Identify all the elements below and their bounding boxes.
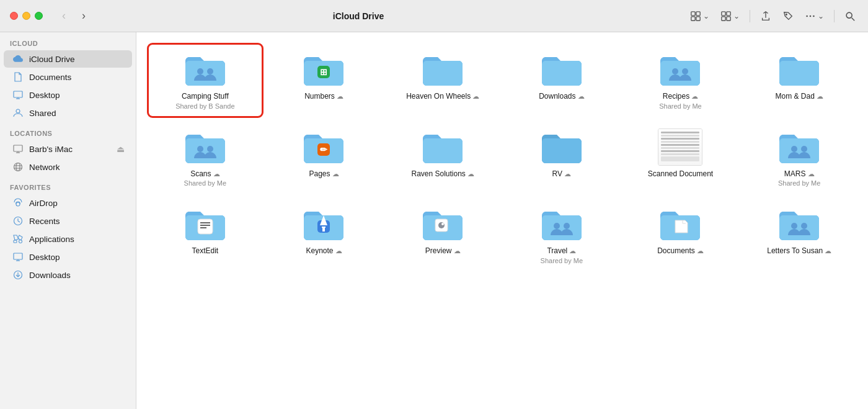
applications-svg xyxy=(12,234,24,244)
sidebar-label-recents: Recents xyxy=(29,217,60,226)
search-button[interactable] xyxy=(841,8,859,24)
sidebar-item-recents[interactable]: Recents xyxy=(4,212,132,230)
documents-icon xyxy=(12,71,24,83)
eject-button[interactable]: ⏏ xyxy=(117,144,125,154)
sidebar-item-network[interactable]: Network xyxy=(4,158,132,176)
svg-point-28 xyxy=(19,240,22,243)
recipes-name: Recipes xyxy=(663,92,689,102)
documents2-folder-icon xyxy=(658,205,702,243)
file-item-numbers[interactable]: ⊞ Numbers ☁ xyxy=(268,45,381,116)
file-item-preview[interactable]: Preview ☁ xyxy=(386,199,499,271)
scanned-block xyxy=(661,156,699,161)
file-item-raven-solutions[interactable]: Raven Solutions ☁ xyxy=(386,122,499,194)
downloads-cloud-icon: ☁ xyxy=(578,92,585,101)
camping-stuff-name: Camping Stuff xyxy=(182,92,229,102)
camping-stuff-subtitle: Shared by B Sande xyxy=(175,102,234,110)
file-item-heaven-on-wheels[interactable]: Heaven On Wheels ☁ xyxy=(386,45,499,116)
mars-subtitle: Shared by Me xyxy=(778,179,820,187)
file-item-scans[interactable]: Scans ☁ Shared by Me xyxy=(149,122,262,194)
svg-text:✏: ✏ xyxy=(320,145,328,155)
rv-name-row: RV ☁ xyxy=(552,169,571,179)
sidebar-label-applications: Applications xyxy=(29,235,74,244)
file-item-camping-stuff[interactable]: Camping Stuff Shared by B Sande xyxy=(149,45,262,116)
sidebar-item-desktop[interactable]: Desktop xyxy=(4,86,132,104)
file-item-rv[interactable]: RV ☁ xyxy=(505,122,618,194)
sidebar-item-shared[interactable]: Shared xyxy=(4,104,132,122)
svg-rect-46 xyxy=(198,219,213,234)
numbers-cloud-icon: ☁ xyxy=(337,92,343,101)
downloads-folder-icon xyxy=(539,51,584,88)
folder-svg-travel xyxy=(539,205,584,243)
recents-icon xyxy=(12,215,24,227)
scans-folder-icon xyxy=(183,128,228,166)
file-item-scanned-document[interactable]: Scanned Document xyxy=(624,122,737,194)
pages-folder-icon: ✏ xyxy=(301,128,346,166)
sidebar-label-desktop2: Desktop xyxy=(29,253,60,262)
svg-point-45 xyxy=(801,146,807,152)
scanned-line-4 xyxy=(661,141,699,143)
folder-svg-preview xyxy=(420,205,465,243)
grid-view-2-button[interactable]: ⌄ xyxy=(717,8,743,24)
tag-icon xyxy=(782,11,794,22)
search-icon xyxy=(844,11,856,22)
pages-name-row: Pages ☁ xyxy=(309,169,339,179)
folder-svg-mom-dad xyxy=(777,51,822,88)
numbers-name: Numbers xyxy=(304,92,335,102)
textedit-folder-icon xyxy=(183,205,228,243)
file-item-documents2[interactable]: Documents ☁ xyxy=(624,199,737,271)
camping-stuff-folder-icon xyxy=(183,51,228,88)
svg-rect-18 xyxy=(14,145,22,151)
sidebar-item-documents[interactable]: Documents xyxy=(4,68,132,86)
share-button[interactable] xyxy=(756,8,775,24)
grid-view-1-button[interactable]: ⌄ xyxy=(686,8,713,24)
sidebar-label-documents: Documents xyxy=(29,73,71,82)
svg-rect-3 xyxy=(696,16,700,20)
desktop2-svg xyxy=(13,253,23,261)
sidebar-item-desktop2[interactable]: Desktop xyxy=(4,248,132,266)
main-content: Camping Stuff Shared by B Sande ⊞ Number… xyxy=(136,0,868,409)
scanned-line-2 xyxy=(661,135,699,137)
travel-name-row: Travel ☁ xyxy=(547,246,576,256)
file-item-travel[interactable]: Travel ☁ Shared by Me xyxy=(505,199,618,271)
recipes-subtitle: Shared by Me xyxy=(659,102,701,110)
scanned-line-7 xyxy=(661,150,699,152)
sidebar-item-downloads[interactable]: Downloads xyxy=(4,266,132,284)
svg-point-17 xyxy=(16,109,20,113)
folder-svg-scans xyxy=(183,128,228,166)
file-item-mars[interactable]: MARS ☁ Shared by Me xyxy=(743,122,856,194)
more-icon xyxy=(805,11,816,22)
list-icon xyxy=(720,11,732,22)
tag-button[interactable] xyxy=(779,8,797,24)
keynote-cloud-icon: ☁ xyxy=(335,247,342,255)
mars-name: MARS xyxy=(784,169,806,179)
heaven-on-wheels-folder-icon xyxy=(420,51,465,88)
sidebar-label-network: Network xyxy=(29,163,60,172)
scanned-document-thumb xyxy=(658,128,702,166)
file-item-downloads[interactable]: Downloads ☁ xyxy=(505,45,618,116)
close-button[interactable] xyxy=(10,12,18,20)
keynote-folder-icon xyxy=(301,205,346,243)
sidebar-item-applications[interactable]: Applications xyxy=(4,230,132,248)
heaven-on-wheels-name-row: Heaven On Wheels ☁ xyxy=(406,92,479,102)
file-item-recipes[interactable]: Recipes ☁ Shared by Me xyxy=(624,45,737,116)
minimize-button[interactable] xyxy=(22,12,30,20)
scans-cloud-icon: ☁ xyxy=(213,170,220,178)
mars-cloud-icon: ☁ xyxy=(808,170,815,178)
letters-to-susan-name-row: Letters To Susan ☁ xyxy=(767,246,831,256)
sidebar-item-barbs-imac[interactable]: Barb's iMac ⏏ xyxy=(4,140,132,158)
sidebar-item-airdrop[interactable]: AirDrop xyxy=(4,194,132,212)
file-item-textedit[interactable]: TextEdit xyxy=(149,199,262,271)
downloads-name-row: Downloads ☁ xyxy=(539,92,584,102)
file-item-pages[interactable]: ✏ Pages ☁ xyxy=(268,122,381,194)
preview-name: Preview xyxy=(425,246,452,256)
more-button[interactable]: ⌄ xyxy=(801,8,828,24)
svg-point-58 xyxy=(564,223,570,229)
file-item-letters-to-susan[interactable]: Letters To Susan ☁ xyxy=(743,199,856,271)
folder-svg-textedit xyxy=(183,205,228,243)
svg-rect-14 xyxy=(14,91,22,97)
letters-to-susan-cloud-icon: ☁ xyxy=(825,247,831,255)
file-item-mom-and-dad[interactable]: Mom & Dad ☁ xyxy=(743,45,856,116)
file-item-keynote[interactable]: Keynote ☁ xyxy=(268,199,381,271)
folder-svg-keynote xyxy=(301,205,346,243)
sidebar-item-icloud-drive[interactable]: iCloud Drive xyxy=(4,50,132,68)
